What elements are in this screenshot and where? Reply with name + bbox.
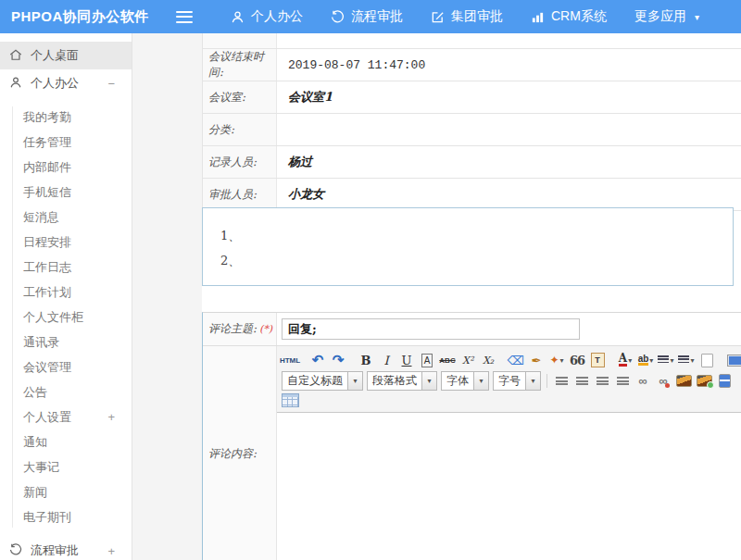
autotypeset-button[interactable]: A xyxy=(418,351,436,369)
superscript-button[interactable]: X² xyxy=(458,351,477,369)
toolbar-row-1: HTML ↶ ↷ B I U A ABC X² X₂ xyxy=(280,349,738,371)
sidebar-toggle-button[interactable] xyxy=(176,11,193,23)
magic-wand-icon: ✦ xyxy=(549,354,559,367)
sidebar-item-memorabilia[interactable]: 大事记 xyxy=(0,454,132,479)
nav-personal-office[interactable]: 个人办公 xyxy=(231,8,303,25)
unordered-list-button[interactable]: ▾ xyxy=(677,351,696,369)
highlight-color-button[interactable]: ab▾ xyxy=(636,351,655,369)
strikethrough-button[interactable]: ABC xyxy=(438,351,457,369)
paragraph-format-select[interactable]: 段落格式▾ xyxy=(367,371,437,391)
insert-video-button[interactable] xyxy=(715,372,734,391)
table-row-category: 分类: xyxy=(203,114,741,146)
nav-crm-system[interactable]: CRM系统 xyxy=(531,8,607,25)
fullscreen-button[interactable] xyxy=(725,351,741,369)
eraser-icon: ⌫ xyxy=(508,354,524,367)
history-icon xyxy=(9,543,22,559)
top-navbar: PHPOA协同办公软件 个人办公 流程审批 集团审批 CRM系统 更多应用 ▾ xyxy=(0,0,741,33)
autotypeset-icon: A xyxy=(421,354,433,367)
editor-toolbar: HTML ↶ ↷ B I U A ABC X² X₂ xyxy=(277,346,741,413)
align-right-button[interactable] xyxy=(593,372,611,391)
person-icon xyxy=(9,76,22,92)
blockquote-button[interactable]: 66 xyxy=(568,351,586,369)
sidebar-item-work-log[interactable]: 工作日志 xyxy=(0,255,132,280)
comment-content-row: 评论内容: HTML ↶ ↷ B I U A xyxy=(203,346,741,560)
sidebar-item-personal-desktop[interactable]: 个人桌面 xyxy=(0,42,132,69)
video-icon xyxy=(719,374,731,388)
auto-format-button[interactable]: ✦▾ xyxy=(547,351,566,369)
italic-button[interactable]: I xyxy=(377,351,396,369)
content-line: 2、 xyxy=(220,248,733,273)
insert-table-button[interactable] xyxy=(281,392,299,410)
font-color-button[interactable]: A▾ xyxy=(616,351,634,369)
insert-link-button[interactable]: ∞ xyxy=(634,372,652,391)
caret-down-icon: ▾ xyxy=(649,356,653,365)
sidebar-item-notice[interactable]: 通知 xyxy=(0,429,132,454)
table-row xyxy=(203,33,741,49)
align-right-icon xyxy=(597,377,609,386)
undo-button[interactable]: ↶ xyxy=(308,351,327,369)
sidebar-item-task-management[interactable]: 任务管理 xyxy=(0,130,132,155)
sidebar-item-personal-settings[interactable]: 个人设置+ xyxy=(0,404,132,429)
bold-button[interactable]: B xyxy=(357,351,375,369)
sidebar-item-mobile-sms[interactable]: 手机短信 xyxy=(0,180,132,205)
sidebar-item-personal-file-cabinet[interactable]: 个人文件柜 xyxy=(0,305,132,330)
unordered-list-icon xyxy=(678,355,689,365)
sidebar-group-personal-office[interactable]: 个人办公 − xyxy=(0,69,132,97)
align-left-button[interactable] xyxy=(552,372,571,391)
toolbar-row-2: 自定义标题▾ 段落格式▾ 字体▾ 字号▾ ∞ ∞ xyxy=(280,371,738,391)
comment-subject-input[interactable] xyxy=(282,318,580,340)
eraser-button[interactable]: ⌫ xyxy=(507,351,525,369)
sidebar-item-short-message[interactable]: 短消息 xyxy=(0,205,132,230)
sidebar-item-meeting-management[interactable]: 会议管理 xyxy=(0,355,132,380)
underline-icon: U xyxy=(402,354,412,367)
insert-image-button[interactable] xyxy=(674,372,693,391)
content-line: 1、 xyxy=(220,223,733,248)
align-center-button[interactable] xyxy=(572,372,591,391)
paste-plain-text-button[interactable]: T xyxy=(588,351,607,369)
underline-button[interactable]: U xyxy=(397,351,416,369)
collapse-icon[interactable]: − xyxy=(107,77,115,91)
table-row-meeting-room: 会议室: 会议室1 xyxy=(203,81,741,114)
sidebar-item-e-journal[interactable]: 电子期刊 xyxy=(0,504,132,529)
html-source-button[interactable]: HTML xyxy=(281,351,299,369)
table-row-approver: 审批人员: 小龙女 xyxy=(203,179,741,211)
caret-down-icon: ▾ xyxy=(525,372,540,390)
sidebar-item-internal-mail[interactable]: 内部邮件 xyxy=(0,155,132,180)
sidebar-group-workflow-approval[interactable]: 流程审批 + xyxy=(0,537,132,560)
app-logo: PHPOA协同办公软件 xyxy=(0,8,176,26)
subscript-button[interactable]: X₂ xyxy=(479,351,497,369)
sidebar-item-my-attendance[interactable]: 我的考勤 xyxy=(0,105,132,130)
font-size-select[interactable]: 字号▾ xyxy=(493,371,541,391)
remove-link-button[interactable]: ∞ xyxy=(654,372,672,391)
editor-content-area[interactable] xyxy=(277,413,741,560)
new-page-button[interactable] xyxy=(697,351,716,369)
nav-workflow-approval[interactable]: 流程审批 xyxy=(331,8,403,25)
format-brush-button[interactable]: ✒ xyxy=(527,351,546,369)
font-family-select[interactable]: 字体▾ xyxy=(441,371,489,391)
comment-subject-label: 评论主题: xyxy=(208,321,257,337)
history-icon xyxy=(331,10,345,24)
sidebar-item-contacts[interactable]: 通讯录 xyxy=(0,330,132,355)
expand-icon[interactable]: + xyxy=(107,404,115,429)
edit-icon xyxy=(431,10,445,24)
sidebar-item-schedule[interactable]: 日程安排 xyxy=(0,230,132,255)
nav-more-apps[interactable]: 更多应用 ▾ xyxy=(634,8,699,25)
caret-down-icon: ▾ xyxy=(421,372,436,390)
home-icon xyxy=(9,48,22,64)
sidebar-item-announcement[interactable]: 公告 xyxy=(0,380,132,404)
sidebar-item-news[interactable]: 新闻 xyxy=(0,479,132,504)
fullscreen-icon xyxy=(727,355,741,367)
caret-down-icon: ▾ xyxy=(695,12,699,22)
justify-button[interactable] xyxy=(613,372,632,391)
ordered-list-button[interactable]: ▾ xyxy=(657,351,675,369)
unlink-icon: ∞ xyxy=(659,374,667,388)
sidebar-item-work-plan[interactable]: 工作计划 xyxy=(0,280,132,305)
custom-title-select[interactable]: 自定义标题▾ xyxy=(282,371,363,391)
redo-button[interactable]: ↷ xyxy=(329,351,347,369)
expand-icon[interactable]: + xyxy=(107,544,115,558)
nav-group-approval[interactable]: 集团审批 xyxy=(431,8,503,25)
html-source-icon: HTML xyxy=(280,356,300,365)
image-upload-icon xyxy=(697,375,712,387)
upload-image-button[interactable] xyxy=(695,372,713,391)
align-center-icon xyxy=(576,377,588,386)
